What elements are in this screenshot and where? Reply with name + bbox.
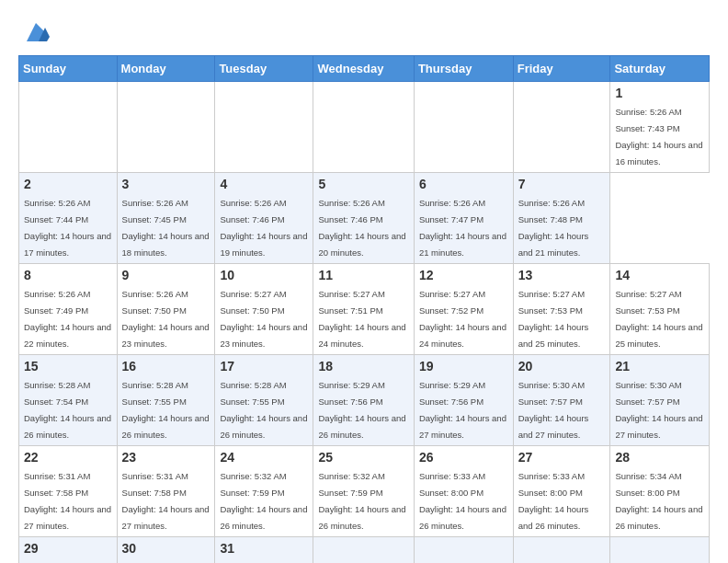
day-number: 8 [24,268,112,282]
calendar-row-week-4: 15Sunrise: 5:28 AMSunset: 7:54 PMDayligh… [19,355,710,446]
day-number: 23 [122,450,210,465]
day-number: 27 [518,450,606,465]
day-number: 18 [318,359,408,373]
day-info: Sunrise: 5:27 AMSunset: 7:53 PMDaylight:… [615,289,702,349]
calendar-row-week-5: 22Sunrise: 5:31 AMSunset: 7:58 PMDayligh… [19,446,710,537]
calendar-day-8: 8Sunrise: 5:26 AMSunset: 7:49 PMDaylight… [19,264,118,355]
calendar-header-wednesday: Wednesday [313,56,414,82]
empty-cell [513,82,610,173]
day-number: 17 [220,359,308,373]
calendar-day-22: 22Sunrise: 5:31 AMSunset: 7:58 PMDayligh… [19,446,118,537]
calendar-day-27: 27Sunrise: 5:33 AMSunset: 8:00 PMDayligh… [513,446,610,537]
empty-cell [513,537,610,564]
day-info: Sunrise: 5:33 AMSunset: 8:00 PMDaylight:… [419,471,506,531]
day-info: Sunrise: 5:26 AMSunset: 7:47 PMDaylight:… [419,198,506,258]
day-number: 4 [220,177,308,191]
day-info: Sunrise: 5:31 AMSunset: 7:58 PMDaylight:… [122,471,210,531]
calendar-day-4: 4Sunrise: 5:26 AMSunset: 7:46 PMDaylight… [215,173,313,264]
calendar-day-17: 17Sunrise: 5:28 AMSunset: 7:55 PMDayligh… [215,355,313,446]
empty-cell [414,82,513,173]
day-number: 16 [122,359,210,373]
calendar-day-28: 28Sunrise: 5:34 AMSunset: 8:00 PMDayligh… [610,446,710,537]
day-number: 29 [24,541,112,556]
calendar-header-friday: Friday [513,56,610,82]
day-info: Sunrise: 5:30 AMSunset: 7:57 PMDaylight:… [615,380,702,440]
day-number: 5 [318,177,408,191]
day-number: 9 [122,268,210,282]
calendar-day-18: 18Sunrise: 5:29 AMSunset: 7:56 PMDayligh… [313,355,414,446]
day-number: 14 [615,268,704,282]
calendar-row-week-1: 1Sunrise: 5:26 AMSunset: 7:43 PMDaylight… [19,82,710,173]
day-number: 15 [24,359,112,373]
day-info: Sunrise: 5:32 AMSunset: 7:59 PMDaylight:… [220,471,307,531]
empty-cell [313,82,414,173]
calendar-header-sunday: Sunday [19,56,118,82]
calendar-header-thursday: Thursday [414,56,513,82]
calendar-day-13: 13Sunrise: 5:27 AMSunset: 7:53 PMDayligh… [513,264,610,355]
calendar-day-12: 12Sunrise: 5:27 AMSunset: 7:52 PMDayligh… [414,264,513,355]
day-info: Sunrise: 5:33 AMSunset: 8:00 PMDaylight:… [518,471,589,531]
calendar-header-monday: Monday [117,56,215,82]
calendar-day-1: 1Sunrise: 5:26 AMSunset: 7:43 PMDaylight… [610,82,710,173]
calendar: SundayMondayTuesdayWednesdayThursdayFrid… [18,55,710,563]
day-number: 3 [122,177,210,191]
day-info: Sunrise: 5:26 AMSunset: 7:49 PMDaylight:… [24,289,111,349]
day-number: 2 [24,177,112,191]
calendar-day-10: 10Sunrise: 5:27 AMSunset: 7:50 PMDayligh… [215,264,313,355]
calendar-day-15: 15Sunrise: 5:28 AMSunset: 7:54 PMDayligh… [19,355,118,446]
day-info: Sunrise: 5:34 AMSunset: 8:00 PMDaylight:… [615,471,702,531]
day-info: Sunrise: 5:26 AMSunset: 7:50 PMDaylight:… [122,289,210,349]
empty-cell [215,82,313,173]
logo-icon [22,18,50,46]
empty-cell [19,82,118,173]
calendar-day-7: 7Sunrise: 5:26 AMSunset: 7:48 PMDaylight… [513,173,610,264]
calendar-day-24: 24Sunrise: 5:32 AMSunset: 7:59 PMDayligh… [215,446,313,537]
day-number: 28 [615,450,704,465]
calendar-day-30: 30Sunrise: 5:36 AMSunset: 8:01 PMDayligh… [117,537,215,564]
empty-cell [117,82,215,173]
day-info: Sunrise: 5:26 AMSunset: 7:48 PMDaylight:… [518,198,589,258]
calendar-day-3: 3Sunrise: 5:26 AMSunset: 7:45 PMDaylight… [117,173,215,264]
day-number: 21 [615,359,704,373]
calendar-day-25: 25Sunrise: 5:32 AMSunset: 7:59 PMDayligh… [313,446,414,537]
calendar-day-5: 5Sunrise: 5:26 AMSunset: 7:46 PMDaylight… [313,173,414,264]
day-number: 20 [518,359,606,373]
day-info: Sunrise: 5:27 AMSunset: 7:53 PMDaylight:… [518,289,589,349]
calendar-header-row: SundayMondayTuesdayWednesdayThursdayFrid… [19,56,710,82]
day-info: Sunrise: 5:28 AMSunset: 7:55 PMDaylight:… [122,380,210,440]
day-number: 19 [419,359,508,373]
day-info: Sunrise: 5:29 AMSunset: 7:56 PMDaylight:… [318,380,405,440]
day-info: Sunrise: 5:28 AMSunset: 7:54 PMDaylight:… [24,380,111,440]
day-number: 10 [220,268,308,282]
empty-cell [313,537,414,564]
calendar-row-week-3: 8Sunrise: 5:26 AMSunset: 7:49 PMDaylight… [19,264,710,355]
day-number: 13 [518,268,606,282]
day-info: Sunrise: 5:27 AMSunset: 7:52 PMDaylight:… [419,289,506,349]
calendar-day-21: 21Sunrise: 5:30 AMSunset: 7:57 PMDayligh… [610,355,710,446]
day-info: Sunrise: 5:27 AMSunset: 7:51 PMDaylight:… [318,289,405,349]
day-number: 22 [24,450,112,465]
day-info: Sunrise: 5:30 AMSunset: 7:57 PMDaylight:… [518,380,589,440]
empty-cell [414,537,513,564]
empty-cell [610,537,710,564]
calendar-day-26: 26Sunrise: 5:33 AMSunset: 8:00 PMDayligh… [414,446,513,537]
calendar-day-14: 14Sunrise: 5:27 AMSunset: 7:53 PMDayligh… [610,264,710,355]
day-number: 31 [220,541,308,556]
day-number: 12 [419,268,508,282]
day-number: 30 [122,541,210,556]
day-info: Sunrise: 5:31 AMSunset: 7:58 PMDaylight:… [24,471,111,531]
calendar-row-week-2: 2Sunrise: 5:26 AMSunset: 7:44 PMDaylight… [19,173,710,264]
day-info: Sunrise: 5:27 AMSunset: 7:50 PMDaylight:… [220,289,307,349]
day-number: 1 [615,86,704,100]
day-info: Sunrise: 5:28 AMSunset: 7:55 PMDaylight:… [220,380,307,440]
calendar-day-9: 9Sunrise: 5:26 AMSunset: 7:50 PMDaylight… [117,264,215,355]
calendar-day-20: 20Sunrise: 5:30 AMSunset: 7:57 PMDayligh… [513,355,610,446]
calendar-day-23: 23Sunrise: 5:31 AMSunset: 7:58 PMDayligh… [117,446,215,537]
page-header [18,18,710,46]
day-number: 25 [318,450,408,465]
calendar-day-31: 31Sunrise: 5:36 AMSunset: 8:01 PMDayligh… [215,537,313,564]
calendar-day-2: 2Sunrise: 5:26 AMSunset: 7:44 PMDaylight… [19,173,118,264]
calendar-header-saturday: Saturday [610,56,710,82]
calendar-day-16: 16Sunrise: 5:28 AMSunset: 7:55 PMDayligh… [117,355,215,446]
calendar-day-29: 29Sunrise: 5:35 AMSunset: 8:01 PMDayligh… [19,537,118,564]
